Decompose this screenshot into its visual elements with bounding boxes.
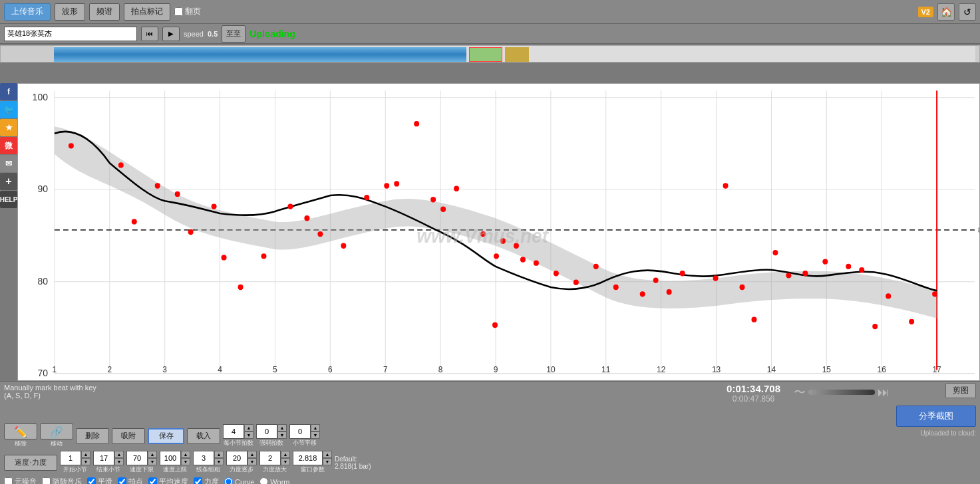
save-button[interactable]: 保存: [148, 428, 184, 444]
upload-music-button[interactable]: 上传音乐: [4, 3, 51, 21]
smooth-label[interactable]: 平滑: [87, 477, 112, 484]
line-thin-down[interactable]: ▼: [214, 458, 224, 465]
force-scale-down[interactable]: ▼: [281, 458, 290, 465]
curve-radio-label[interactable]: Curve: [224, 477, 254, 484]
no-noise-label[interactable]: 元噪音: [4, 477, 37, 484]
goto-button[interactable]: 至至: [222, 25, 245, 43]
start-bar-down[interactable]: ▼: [81, 458, 90, 465]
svg-text:3: 3: [162, 364, 167, 374]
force-detail-up[interactable]: ▲: [247, 451, 257, 458]
waveform-button[interactable]: 波形: [55, 3, 85, 21]
line-thin-input[interactable]: [193, 451, 214, 465]
speed-max-label: 速度上限: [163, 465, 187, 474]
force-scale-up[interactable]: ▲: [281, 451, 290, 458]
end-bar-up[interactable]: ▲: [114, 451, 124, 458]
flip-checkbox[interactable]: [174, 7, 183, 16]
curve-radio[interactable]: [224, 477, 233, 484]
weibo-button[interactable]: 微: [0, 137, 17, 154]
file-name-input[interactable]: [4, 27, 137, 41]
split-screenshot-button[interactable]: 分季截图: [896, 406, 976, 427]
move-button[interactable]: ✏️: [4, 424, 37, 439]
window-param-up[interactable]: ▲: [323, 451, 332, 458]
mark-beat-button[interactable]: 拍点标记: [124, 3, 170, 21]
beats-per-bar-label: 每小节拍数: [224, 439, 253, 447]
window-param-down[interactable]: ▼: [323, 458, 332, 465]
bar-step-down[interactable]: ▼: [311, 431, 320, 439]
svg-point-53: [222, 255, 227, 260]
svg-text:1: 1: [53, 364, 57, 374]
start-bar-up[interactable]: ▲: [81, 451, 90, 458]
facebook-button[interactable]: f: [0, 83, 17, 100]
social-sidebar: f 🐦 ★ 微 ✉ + HELP: [0, 83, 17, 208]
mail-button[interactable]: ✉: [0, 155, 17, 172]
speed-max-down[interactable]: ▼: [181, 458, 190, 465]
end-bar-down[interactable]: ▼: [114, 458, 124, 465]
svg-point-75: [573, 280, 579, 285]
beat-strength-down[interactable]: ▼: [277, 431, 287, 439]
svg-text:6: 6: [328, 364, 333, 374]
help-button[interactable]: HELP: [0, 191, 17, 208]
avg-speed-label[interactable]: 平均速度: [148, 477, 188, 484]
svg-text:16: 16: [878, 364, 887, 374]
rewind-button[interactable]: ⏮: [141, 27, 158, 41]
speed-force-button[interactable]: 速度·力度: [4, 455, 57, 471]
avg-speed-checkbox[interactable]: [148, 477, 157, 484]
play-button[interactable]: ▶: [162, 27, 180, 41]
adsorb-group: 🔗 移动: [40, 424, 73, 448]
beat-strength-up[interactable]: ▲: [277, 424, 287, 431]
force-checkbox-label[interactable]: 力度: [194, 477, 219, 484]
speed-max-group: ▲ ▼ 速度上限: [160, 451, 190, 474]
beats-per-bar-input[interactable]: [223, 424, 244, 439]
worm-radio[interactable]: [259, 477, 268, 484]
no-noise-checkbox[interactable]: [4, 477, 13, 484]
bar-step-up[interactable]: ▲: [311, 424, 320, 431]
settings-icon[interactable]: ↺: [959, 3, 976, 21]
svg-point-79: [653, 277, 659, 283]
beat-point-checkbox[interactable]: [118, 477, 126, 484]
svg-text:70: 70: [37, 368, 48, 378]
cut-button[interactable]: 剪图: [945, 383, 976, 398]
star-button[interactable]: ★: [0, 119, 17, 136]
start-bar-input[interactable]: [60, 451, 81, 465]
load-button[interactable]: 载入: [187, 428, 220, 444]
speed-max-input[interactable]: [160, 451, 181, 465]
speed-min-down[interactable]: ▼: [148, 458, 157, 465]
window-param-input[interactable]: [293, 451, 323, 465]
beats-per-bar-up[interactable]: ▲: [244, 424, 253, 431]
bottom-area: Manually mark beat with key (A, S, D, F)…: [0, 381, 980, 484]
end-bar-input[interactable]: [93, 451, 114, 465]
beats-per-bar-down[interactable]: ▼: [244, 431, 253, 439]
waveform-bar[interactable]: [0, 45, 980, 62]
speed-min-up[interactable]: ▲: [148, 451, 157, 458]
spectrum-button[interactable]: 频谱: [89, 3, 120, 21]
speed-min-input[interactable]: [126, 451, 148, 465]
svg-text:85.6: 85.6: [978, 226, 979, 234]
speed-max-spinners: ▲ ▼: [181, 451, 190, 465]
line-thin-up[interactable]: ▲: [214, 451, 224, 458]
smooth-checkbox[interactable]: [87, 477, 96, 484]
random-music-checkbox[interactable]: [42, 477, 51, 484]
wave-slider[interactable]: [808, 390, 875, 395]
beat-point-label[interactable]: 拍点: [118, 477, 143, 484]
beat-strength-input[interactable]: [256, 424, 277, 439]
bar-step-input[interactable]: [289, 424, 311, 439]
bar-step-group: ▲ ▼ 小节平移: [289, 424, 320, 447]
twitter-button[interactable]: 🐦: [0, 101, 17, 118]
home-icon[interactable]: 🏠: [937, 3, 955, 21]
waveform-inner: [54, 46, 975, 62]
delete-button[interactable]: 删除: [76, 428, 109, 444]
plus-button[interactable]: +: [0, 173, 17, 190]
force-detail-input[interactable]: [226, 451, 247, 465]
uploading-status: Uploading: [249, 29, 295, 39]
attach-button[interactable]: 吸附: [112, 428, 145, 444]
svg-point-61: [384, 183, 389, 188]
worm-radio-label[interactable]: Worm: [259, 477, 289, 484]
speed-max-up[interactable]: ▲: [181, 451, 190, 458]
controls-row: ✏️ 移除 🔗 移动 删除 吸附 保存: [0, 421, 980, 451]
svg-point-83: [723, 183, 729, 188]
random-music-label[interactable]: 随随音乐: [42, 477, 82, 484]
force-checkbox[interactable]: [194, 477, 202, 484]
adsorb-button[interactable]: 🔗: [40, 424, 73, 439]
force-scale-input[interactable]: [259, 451, 281, 465]
force-detail-down[interactable]: ▼: [247, 458, 257, 465]
